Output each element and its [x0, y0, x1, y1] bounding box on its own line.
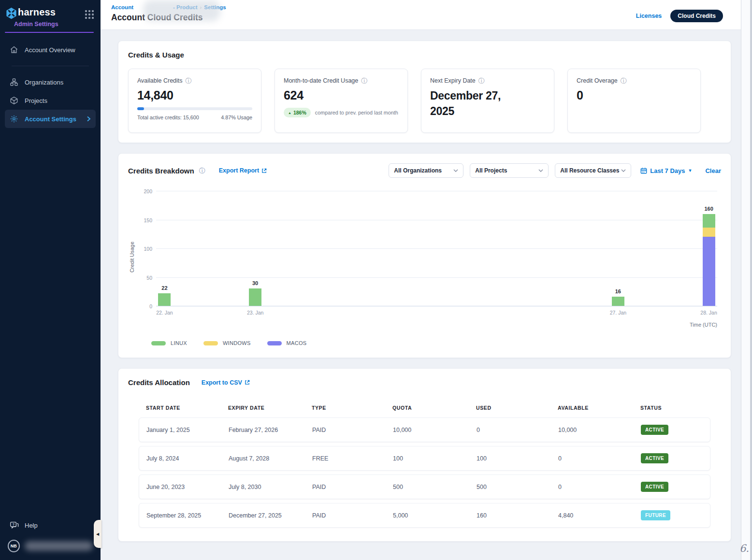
available-credits-card: Available Credits ⓘ 14,840 Total active … — [128, 69, 261, 133]
table-row[interactable]: September 28, 2025December 27, 2025PAID5… — [139, 503, 710, 528]
mtd-usage-value: 624 — [284, 88, 399, 102]
credit-overage-card: Credit Overage ⓘ 0 — [567, 69, 701, 133]
info-icon[interactable]: ⓘ — [361, 78, 367, 84]
external-link-icon — [245, 380, 250, 385]
sidebar-footer: ? Help NB — [0, 517, 101, 560]
chart-y-axis-label: Credit Usage — [129, 242, 135, 273]
date-range-picker[interactable]: Last 7 Days ▼ — [640, 167, 692, 174]
clear-filters-link[interactable]: Clear — [705, 167, 721, 174]
table-row[interactable]: June 20, 2023July 8, 2030PAID5005000 ACT… — [139, 474, 710, 499]
usage-progress-bar — [137, 107, 252, 110]
delta-badge: ▲186% — [284, 108, 311, 117]
available-credits-value: 14,840 — [137, 88, 252, 102]
table-row[interactable]: January 1, 2025February 27, 2026PAID10,0… — [139, 417, 710, 442]
chevron-down-icon — [621, 169, 626, 172]
sidebar-item-organizations[interactable]: Organizations — [5, 73, 96, 91]
user-row[interactable]: NB — [5, 534, 96, 555]
breadcrumb-separator: › — [200, 4, 202, 10]
info-icon[interactable]: ⓘ — [478, 78, 485, 84]
chevron-right-icon — [87, 116, 91, 122]
projects-filter[interactable]: All Projects — [470, 163, 549, 178]
status-badge: ACTIVE — [641, 482, 668, 492]
page-title: Account Cloud Credits — [111, 13, 226, 23]
legend-item-windows[interactable]: WINDOWS — [203, 340, 251, 346]
col-status: STATUS — [640, 405, 710, 411]
external-link-icon — [261, 168, 267, 173]
total-active-credits: Total active credits: 15,600 — [137, 115, 199, 120]
stat-label: Available Credits — [137, 77, 183, 84]
stat-label: Credit Overage — [577, 77, 618, 84]
info-icon[interactable]: ⓘ — [621, 78, 627, 84]
organizations-filter[interactable]: All Organizations — [389, 163, 463, 178]
help-button[interactable]: ? Help — [5, 517, 96, 534]
vertical-scrollbar[interactable] — [741, 0, 752, 560]
sidebar-collapse-handle[interactable]: ◀ — [94, 520, 101, 548]
avatar[interactable]: NB — [8, 540, 20, 552]
sidebar-item-label: Organizations — [25, 79, 63, 86]
legend-item-linux[interactable]: LINUX — [151, 340, 187, 346]
export-report-link[interactable]: Export Report — [219, 167, 267, 174]
info-icon[interactable]: ⓘ — [199, 168, 205, 174]
col-quota: QUOTA — [392, 405, 476, 411]
breadcrumb-account-link[interactable]: Account — [111, 4, 133, 10]
status-badge: ACTIVE — [641, 453, 668, 463]
chevron-down-icon — [453, 169, 458, 172]
next-expiry-card: Next Expiry Date ⓘ December 27, 2025 — [421, 69, 554, 133]
sidebar-nav: Account Overview Organizations Projects — [0, 41, 101, 128]
cloud-credits-button[interactable]: Cloud Credits — [670, 10, 723, 22]
cube-icon — [10, 96, 18, 105]
linux-swatch — [151, 341, 166, 345]
chart-plot-area: 0501001502002222. Jan3023. Jan1627. Jan1… — [156, 191, 717, 306]
mtd-usage-card: Month-to-date Credit Usage ⓘ 624 ▲186% c… — [275, 69, 408, 133]
allocation-table: START DATE EXPIRY DATE TYPE QUOTA USED A… — [139, 405, 710, 528]
help-chat-icon: ? — [10, 521, 19, 530]
windows-swatch — [203, 341, 218, 345]
table-row[interactable]: July 8, 2024August 7, 2028FREE1001000 AC… — [139, 446, 710, 471]
col-start-date: START DATE — [146, 405, 228, 411]
home-icon — [10, 45, 18, 54]
nav-divider — [12, 66, 89, 66]
table-header-row: START DATE EXPIRY DATE TYPE QUOTA USED A… — [139, 405, 710, 411]
breadcrumb-settings-link[interactable]: Settings — [204, 4, 226, 10]
chart-x-axis-title: Time (UTC) — [690, 322, 717, 328]
organizations-icon — [10, 78, 18, 86]
credits-usage-title: Credits & Usage — [128, 51, 721, 59]
sidebar-item-account-settings[interactable]: Account Settings — [5, 110, 96, 128]
sidebar: harness Admin Settings Account Overview — [0, 0, 101, 560]
caret-down-icon: ▼ — [688, 168, 693, 173]
chart-bar[interactable] — [249, 191, 261, 306]
sidebar-item-account-overview[interactable]: Account Overview — [5, 41, 96, 59]
status-badge: FUTURE — [641, 510, 670, 520]
help-label: Help — [25, 522, 38, 529]
sidebar-item-projects[interactable]: Projects — [5, 91, 96, 110]
credits-allocation-title: Credits Allocation — [128, 378, 190, 387]
col-type: TYPE — [312, 405, 392, 411]
svg-text:?: ? — [13, 522, 14, 526]
harness-logo-icon — [5, 6, 18, 20]
macos-swatch — [267, 341, 282, 345]
handwritten-mark: 6. — [739, 543, 749, 554]
chevron-down-icon — [538, 169, 543, 172]
sidebar-item-label: Projects — [25, 97, 47, 104]
export-csv-link[interactable]: Export to CSV — [202, 379, 250, 386]
brand-block: harness Admin Settings — [0, 0, 101, 33]
gear-icon — [10, 115, 18, 123]
resource-classes-filter[interactable]: All Resource Classes — [555, 163, 631, 178]
up-triangle-icon: ▲ — [288, 111, 291, 115]
credits-usage-panel: Credits & Usage Available Credits ⓘ 14,8… — [118, 41, 731, 143]
stat-label: Next Expiry Date — [430, 77, 476, 84]
redacted-user-name — [25, 541, 93, 551]
credits-breakdown-chart: Credit Usage 0501001502002222. Jan3023. … — [131, 187, 720, 328]
breadcrumb-product-link[interactable]: - Product — [173, 4, 197, 10]
apps-grid-icon[interactable] — [85, 10, 94, 19]
module-subtitle: Admin Settings — [14, 21, 94, 28]
col-used: USED — [476, 405, 558, 411]
brand-underline — [5, 32, 94, 33]
info-icon[interactable]: ⓘ — [186, 78, 192, 84]
stat-label: Month-to-date Credit Usage — [284, 77, 358, 84]
credits-breakdown-title: Credits Breakdown — [128, 167, 194, 175]
chart-legend: LINUX WINDOWS MACOS — [151, 340, 721, 346]
licenses-link[interactable]: Licenses — [636, 13, 662, 19]
page-header: Account - Product › Settings Account Clo… — [101, 0, 752, 30]
legend-item-macos[interactable]: MACOS — [267, 340, 307, 346]
